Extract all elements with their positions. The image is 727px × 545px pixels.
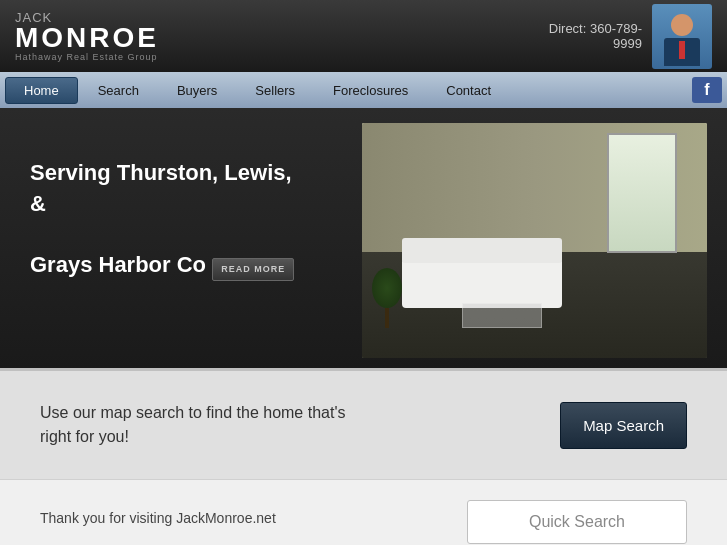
map-search-section: Use our map search to find the home that… [0, 368, 727, 479]
room-sofa [402, 258, 562, 308]
facebook-link[interactable]: f [692, 77, 722, 103]
hero-text: Serving Thurston, Lewis, & Grays Harbor … [0, 108, 370, 368]
map-search-button[interactable]: Map Search [560, 402, 687, 449]
footer-thank-you: Thank you for visiting JackMonroe.net [40, 500, 276, 526]
plant-stem [385, 308, 389, 328]
room-background [362, 123, 707, 358]
nav-sellers[interactable]: Sellers [237, 78, 313, 103]
agent-tie [679, 41, 685, 59]
sofa-back [402, 238, 562, 263]
nav-buyers[interactable]: Buyers [159, 78, 235, 103]
nav-home[interactable]: Home [5, 77, 78, 104]
room-table [462, 303, 542, 328]
header-phone: Direct: 360-789- 9999 [549, 21, 642, 51]
room-window [607, 133, 677, 253]
logo: JACK MONROE Hathaway Real Estate Group [15, 11, 159, 62]
footer-section: Thank you for visiting JackMonroe.net Qu… [0, 479, 727, 545]
read-more-button[interactable]: READ MORE [212, 258, 294, 281]
header-right: Direct: 360-789- 9999 [549, 4, 712, 69]
agent-body [664, 38, 700, 66]
navigation: Home Search Buyers Sellers Foreclosures … [0, 72, 727, 108]
hero-room-image [362, 123, 707, 358]
header: JACK MONROE Hathaway Real Estate Group D… [0, 0, 727, 72]
agent-head [671, 14, 693, 36]
map-search-description: Use our map search to find the home that… [40, 401, 345, 449]
room-plant [372, 268, 402, 328]
logo-monroe: MONROE [15, 24, 159, 52]
agent-silhouette [660, 9, 705, 64]
nav-contact[interactable]: Contact [428, 78, 509, 103]
quick-search-input[interactable]: Quick Search [467, 500, 687, 544]
nav-foreclosures[interactable]: Foreclosures [315, 78, 426, 103]
agent-photo [652, 4, 712, 69]
hero-title: Serving Thurston, Lewis, & Grays Harbor … [30, 158, 340, 281]
logo-subtitle: Hathaway Real Estate Group [15, 52, 159, 62]
plant-leaves [372, 268, 402, 308]
nav-search[interactable]: Search [80, 78, 157, 103]
hero-section: Serving Thurston, Lewis, & Grays Harbor … [0, 108, 727, 368]
